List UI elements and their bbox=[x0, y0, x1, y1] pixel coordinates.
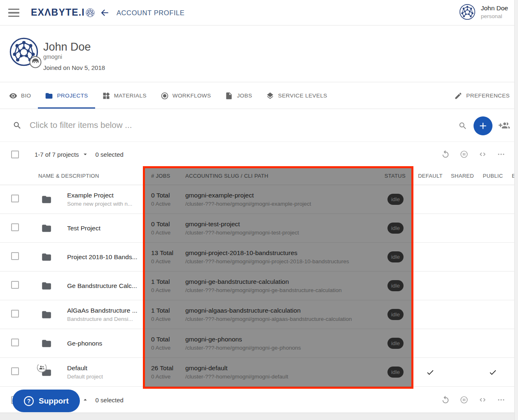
shared-people-badge-icon bbox=[37, 364, 47, 373]
cli-path: /cluster-???-home/gmogni/gmogni-test-pro… bbox=[185, 230, 383, 236]
jobs-active: 0 Active bbox=[151, 374, 185, 380]
radio-checked-icon bbox=[161, 92, 169, 100]
col-header-shared[interactable]: SHARED bbox=[447, 173, 478, 179]
more-options-icon[interactable] bbox=[497, 150, 506, 159]
folder-icon bbox=[40, 194, 53, 205]
row-checkbox[interactable] bbox=[11, 310, 19, 318]
tab-projects[interactable]: PROJECTS bbox=[38, 83, 95, 109]
tab-workflows[interactable]: WORKFLOWS bbox=[154, 83, 218, 109]
tab-preferences[interactable]: PREFERENCES bbox=[447, 83, 517, 109]
accounting-slug: gmogni-algaas-bandstructure-calculation bbox=[185, 307, 383, 314]
exabyte-logo[interactable]: EXΛBYTE.I bbox=[31, 7, 95, 18]
table-row[interactable]: Test Project 0 Total 0 Active gmogni-tes… bbox=[0, 214, 518, 243]
back-arrow-icon[interactable] bbox=[99, 8, 110, 18]
cli-path: /cluster-???-home/gmogni/gmogni-algaas-b… bbox=[185, 316, 383, 322]
tab-bio[interactable]: BIO bbox=[2, 83, 38, 109]
table-row[interactable]: Example Project Some new project with n.… bbox=[0, 185, 518, 214]
filter-input[interactable]: Click to filter items below ... bbox=[30, 120, 132, 130]
search-icon bbox=[13, 121, 22, 130]
page-title: ACCOUNT PROFILE bbox=[117, 9, 184, 17]
status-badge: idle bbox=[387, 280, 404, 291]
table-toolbar: 1-7 of 7 projects 0 selected bbox=[0, 142, 518, 167]
user-avatar bbox=[459, 4, 476, 20]
user-menu[interactable]: John Doe personal bbox=[459, 4, 508, 20]
row-checkbox[interactable] bbox=[11, 252, 19, 260]
pagination-range[interactable]: 1-7 of 7 projects bbox=[35, 151, 79, 158]
search-icon[interactable] bbox=[458, 121, 467, 130]
tab-service-levels[interactable]: SERVICE LEVELS bbox=[259, 83, 334, 109]
pencil-icon bbox=[454, 92, 462, 100]
status-badge: idle bbox=[387, 338, 404, 349]
tab-bar: BIO PROJECTS MATERIALS WORKFLOWS JOBS SE… bbox=[0, 83, 518, 109]
jobs-active: 0 Active bbox=[151, 201, 185, 207]
folder-icon bbox=[40, 281, 53, 291]
folder-icon bbox=[40, 223, 53, 234]
code-icon[interactable] bbox=[478, 395, 487, 404]
table-row[interactable]: Ge Bandstructure Calc... 1 Total 0 Activ… bbox=[0, 271, 518, 300]
project-name: AlGaAs Bandstructure ... bbox=[67, 307, 138, 314]
tabs-left-group: BIO PROJECTS MATERIALS WORKFLOWS JOBS SE… bbox=[2, 83, 334, 109]
add-project-button[interactable] bbox=[474, 116, 492, 135]
projects-table: NAME & DESCRIPTION # JOBS ACCOUNTING SLU… bbox=[0, 167, 518, 387]
project-description: Default project bbox=[67, 374, 103, 380]
pause-circle-icon[interactable] bbox=[460, 150, 469, 159]
code-icon[interactable] bbox=[478, 150, 487, 159]
folder-icon bbox=[40, 252, 53, 262]
scrollbar-track[interactable] bbox=[514, 0, 518, 420]
hamburger-menu-icon[interactable] bbox=[8, 9, 19, 17]
table-row[interactable]: Project 2018-10 Bands... 13 Total 0 Acti… bbox=[0, 243, 518, 271]
jobs-total: 26 Total bbox=[151, 364, 185, 372]
table-row[interactable]: Default Default project 26 Total 0 Activ… bbox=[0, 358, 518, 387]
file-icon bbox=[225, 92, 233, 100]
profile-username: gmogni bbox=[43, 53, 62, 60]
row-checkbox[interactable] bbox=[11, 339, 19, 346]
layers-icon bbox=[266, 92, 274, 100]
status-badge: idle bbox=[387, 251, 404, 262]
refresh-icon[interactable] bbox=[441, 395, 450, 404]
logo-text: EXΛBYTE.I bbox=[31, 7, 85, 18]
tab-materials[interactable]: MATERIALS bbox=[95, 83, 154, 109]
jobs-active: 0 Active bbox=[151, 287, 185, 293]
profile-avatar bbox=[9, 37, 39, 67]
pause-circle-icon[interactable] bbox=[460, 395, 469, 404]
profile-joined-date: Joined on Nov 5, 2018 bbox=[43, 64, 105, 71]
selected-count: 0 selected bbox=[96, 397, 124, 404]
col-header-slug[interactable]: ACCOUNTING SLUG / CLI PATH bbox=[185, 173, 383, 179]
row-checkbox[interactable] bbox=[11, 195, 19, 202]
tab-jobs[interactable]: JOBS bbox=[218, 83, 259, 109]
cli-path: /cluster-???-home/gmogni/gmogni-ge-phono… bbox=[185, 345, 383, 351]
col-header-default[interactable]: DEFAULT bbox=[414, 173, 447, 179]
cli-path: /cluster-???-home/gmogni/gmogni-default bbox=[185, 374, 383, 380]
row-checkbox[interactable] bbox=[11, 281, 19, 289]
cli-path: /cluster-???-home/gmogni/gmogni-project-… bbox=[185, 258, 383, 265]
col-header-jobs[interactable]: # JOBS bbox=[143, 173, 185, 179]
row-checkbox[interactable] bbox=[11, 367, 19, 375]
refresh-icon[interactable] bbox=[441, 150, 450, 159]
jobs-total: 1 Total bbox=[151, 278, 185, 285]
more-options-icon[interactable] bbox=[497, 395, 506, 404]
chevron-down-icon[interactable] bbox=[82, 151, 89, 158]
default-check-icon bbox=[426, 368, 435, 377]
project-name: Default bbox=[67, 364, 103, 372]
chevron-up-icon[interactable] bbox=[82, 396, 89, 404]
face-badge-icon bbox=[29, 56, 42, 68]
table-row[interactable]: Ge-phonons 0 Total 0 Active gmogni-ge-ph… bbox=[0, 329, 518, 358]
group-add-icon[interactable] bbox=[499, 120, 510, 131]
app-bar: EXΛBYTE.I ACCOUNT PROFILE John Doe perso… bbox=[0, 0, 518, 26]
project-name: Example Project bbox=[67, 192, 132, 199]
col-header-status[interactable]: STATUS bbox=[383, 173, 414, 179]
svg-text:?: ? bbox=[27, 397, 31, 404]
support-button[interactable]: ? Support bbox=[12, 390, 80, 412]
public-check-icon bbox=[488, 368, 497, 377]
select-all-checkbox[interactable] bbox=[11, 151, 19, 158]
project-name: Project 2018-10 Bands... bbox=[67, 253, 138, 261]
table-body: Example Project Some new project with n.… bbox=[0, 185, 518, 387]
status-badge: idle bbox=[387, 223, 404, 234]
col-header-public[interactable]: PUBLIC bbox=[478, 173, 508, 179]
row-checkbox[interactable] bbox=[11, 223, 19, 231]
col-header-name[interactable]: NAME & DESCRIPTION bbox=[35, 173, 143, 179]
jobs-active: 0 Active bbox=[151, 258, 185, 265]
accounting-slug: gmogni-ge-phonons bbox=[185, 336, 383, 343]
eye-icon bbox=[9, 92, 17, 100]
table-row[interactable]: AlGaAs Bandstructure ... Bandstructure a… bbox=[0, 300, 518, 329]
